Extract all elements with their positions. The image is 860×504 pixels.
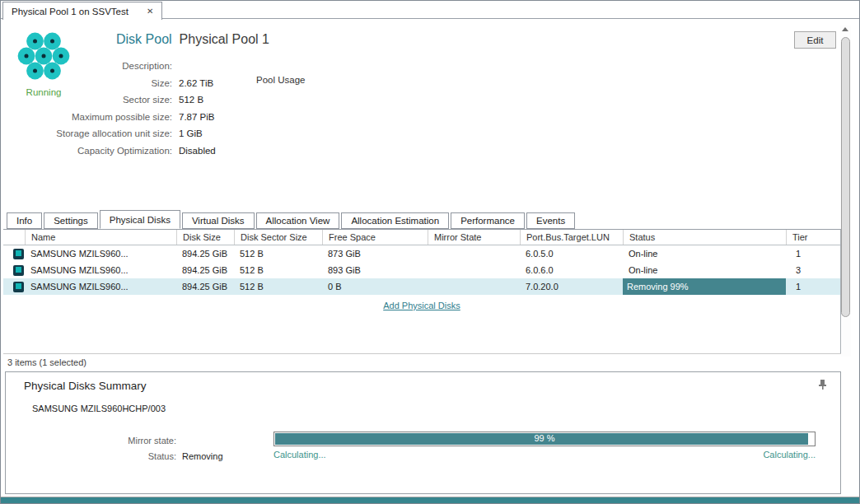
column-disk-size[interactable]: Disk Size xyxy=(176,230,234,245)
calculating-right-text: Calculating... xyxy=(273,450,816,460)
pool-type-label: Disk Pool xyxy=(116,32,172,46)
cell-port: 7.0.20.0 xyxy=(520,278,623,295)
summary-title: Physical Disks Summary xyxy=(24,380,147,392)
cell-sector-size: 512 B xyxy=(234,245,322,262)
pool-name: Physical Pool 1 xyxy=(180,32,269,46)
pool-usage-label: Pool Usage xyxy=(256,75,305,85)
tab-settings[interactable]: Settings xyxy=(44,212,98,229)
cell-sector-size: 512 B xyxy=(234,278,322,295)
cell-tier: 1 xyxy=(786,278,840,295)
prop-label-alloc-unit: Storage allocation unit size: xyxy=(2,128,172,138)
tab-info[interactable]: Info xyxy=(7,212,42,229)
prop-label-capacity-opt: Capacity Optimization: xyxy=(2,146,172,156)
cell-free-space: 0 B xyxy=(322,278,428,295)
physical-disks-table: Name Disk Size Disk Sector Size Free Spa… xyxy=(3,229,841,355)
column-name[interactable]: Name xyxy=(25,230,176,245)
table-row[interactable]: SAMSUNG MZILS960... 894.25 GiB 512 B 873… xyxy=(3,245,840,262)
mirror-progress-bar: 99 % xyxy=(273,432,816,446)
cell-mirror-state xyxy=(428,262,520,278)
scrollbar-thumb[interactable] xyxy=(841,37,850,317)
prop-label-max-size: Maximum possible size: xyxy=(2,112,172,122)
details-pane: Info Settings Physical Disks Virtual Dis… xyxy=(3,210,841,355)
disk-icon-cell xyxy=(3,262,25,278)
document-tab-title: Physical Pool 1 on SSVTest xyxy=(12,7,129,16)
column-disk-sector-size[interactable]: Disk Sector Size xyxy=(234,230,322,245)
table-empty-area xyxy=(3,315,840,355)
bottom-accent-strip xyxy=(1,497,859,503)
removing-progress-cell: Removing 99% xyxy=(623,278,786,295)
prop-value-sector-size: 512 B xyxy=(179,95,203,105)
mirror-state-label: Mirror state: xyxy=(6,436,176,446)
add-link-row: Add Physical Disks xyxy=(3,296,840,315)
edit-button[interactable]: Edit xyxy=(794,31,836,49)
cell-tier: 1 xyxy=(786,245,840,262)
column-tier[interactable]: Tier xyxy=(786,230,840,245)
cell-free-space: 893 GiB xyxy=(322,262,428,278)
pool-properties: Description: Size:2.62 TiB Sector size:5… xyxy=(2,58,216,159)
prop-label-description: Description: xyxy=(2,61,172,71)
physical-disk-icon xyxy=(13,282,24,292)
cell-status: Removing 99% xyxy=(623,278,786,295)
physical-disk-icon xyxy=(13,265,24,276)
table-header-row: Name Disk Size Disk Sector Size Free Spa… xyxy=(3,230,840,245)
prop-label-sector-size: Sector size: xyxy=(2,95,172,105)
cell-disk-size: 894.25 GiB xyxy=(176,245,234,262)
cell-name: SAMSUNG MZILS960... xyxy=(25,262,176,278)
physical-disk-icon xyxy=(13,249,24,259)
cell-disk-size: 894.25 GiB xyxy=(176,262,234,278)
column-status[interactable]: Status xyxy=(623,230,786,245)
cell-free-space: 873 GiB xyxy=(322,245,428,262)
pool-header-pane: Running Disk PoolPhysical Pool 1 Descrip… xyxy=(2,20,839,209)
app-window: Physical Pool 1 on SSVTest ✕ Running Dis… xyxy=(0,0,860,504)
cell-disk-size: 894.25 GiB xyxy=(176,278,234,295)
tab-virtual-disks[interactable]: Virtual Disks xyxy=(182,212,255,229)
items-status-bar: 3 items (1 selected) xyxy=(3,353,841,371)
column-mirror-state[interactable]: Mirror State xyxy=(428,230,520,245)
close-icon[interactable]: ✕ xyxy=(147,7,153,16)
cell-port: 6.0.5.0 xyxy=(520,245,623,262)
tab-physical-disks[interactable]: Physical Disks xyxy=(100,210,180,229)
physical-disks-summary-panel: Physical Disks Summary SAMSUNG MZILS960H… xyxy=(5,371,841,494)
cell-status: On-line xyxy=(623,245,786,262)
prop-value-max-size: 7.87 PiB xyxy=(179,112,214,122)
prop-value-alloc-unit: 1 GiB xyxy=(179,128,203,138)
summary-status-value: Removing xyxy=(182,451,223,461)
prop-label-size: Size: xyxy=(2,78,172,88)
tab-events[interactable]: Events xyxy=(526,212,575,229)
disk-icon-cell xyxy=(3,245,25,262)
column-port-bus-target-lun[interactable]: Port.Bus.Target.LUN xyxy=(520,230,623,245)
cell-status: On-line xyxy=(623,262,786,278)
table-row[interactable]: SAMSUNG MZILS960... 894.25 GiB 512 B 893… xyxy=(3,262,840,278)
tab-allocation-view[interactable]: Allocation View xyxy=(256,212,340,229)
cell-name: SAMSUNG MZILS960... xyxy=(25,245,176,262)
add-physical-disks-link[interactable]: Add Physical Disks xyxy=(383,301,460,310)
document-tab[interactable]: Physical Pool 1 on SSVTest ✕ xyxy=(2,2,162,20)
cell-mirror-state xyxy=(428,245,520,262)
tab-performance[interactable]: Performance xyxy=(451,212,525,229)
scroll-up-icon[interactable] xyxy=(842,27,848,31)
pin-icon[interactable] xyxy=(818,379,827,390)
cell-mirror-state xyxy=(428,278,520,295)
column-free-space[interactable]: Free Space xyxy=(322,230,428,245)
tab-strip: Info Settings Physical Disks Virtual Dis… xyxy=(3,210,841,229)
table-row-selected[interactable]: SAMSUNG MZILS960... 894.25 GiB 512 B 0 B… xyxy=(3,278,840,295)
prop-value-size: 2.62 TiB xyxy=(179,78,213,88)
cell-sector-size: 512 B xyxy=(234,262,322,278)
prop-value-capacity-opt: Disabled xyxy=(179,146,216,156)
summary-status-label: Status: xyxy=(6,451,176,461)
cell-tier: 3 xyxy=(786,262,840,278)
vertical-scrollbar[interactable] xyxy=(840,26,851,357)
tab-allocation-estimation[interactable]: Allocation Estimation xyxy=(341,212,449,229)
cell-name: SAMSUNG MZILS960... xyxy=(25,278,176,295)
page-title: Disk PoolPhysical Pool 1 xyxy=(116,32,269,47)
summary-disk-name: SAMSUNG MZILS960HCHP/003 xyxy=(32,404,166,413)
disk-icon-cell xyxy=(3,278,25,295)
mirror-progress-label: 99 % xyxy=(274,433,815,443)
cell-port: 6.0.6.0 xyxy=(520,262,623,278)
column-icon xyxy=(3,230,25,245)
